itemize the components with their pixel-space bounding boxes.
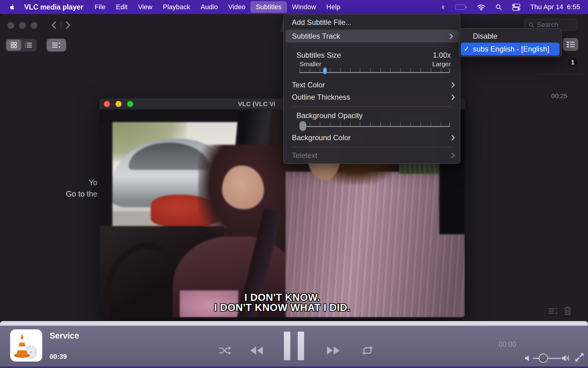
apple-menu-icon[interactable] xyxy=(9,3,16,11)
sort-button[interactable] xyxy=(47,39,66,52)
video-close-button[interactable] xyxy=(104,101,110,107)
bluetooth-icon[interactable] xyxy=(441,4,445,11)
video-subtitles: I DON'T KNOW. I DON'T KNOW WHAT I DID. xyxy=(100,292,465,312)
chevron-right-icon xyxy=(451,82,455,88)
menu-bar-left: VLC media player File Edit View Playback… xyxy=(0,1,345,13)
close-button[interactable] xyxy=(7,22,14,29)
subtitles-track-submenu: Disable ✓ subs English - [English] xyxy=(459,28,562,57)
menu-file[interactable]: File xyxy=(89,1,111,13)
fullscreen-icon[interactable] xyxy=(574,352,585,363)
volume-max-icon[interactable] xyxy=(562,355,569,361)
seek-bar[interactable] xyxy=(0,321,588,326)
pause-button[interactable] xyxy=(284,332,304,360)
chevron-right-icon xyxy=(451,152,455,159)
spotlight-search-icon[interactable] xyxy=(495,4,502,11)
larger-label: Larger xyxy=(432,60,451,68)
control-center-icon[interactable] xyxy=(512,4,520,11)
playlist-icon xyxy=(567,41,575,48)
background-opacity-slider[interactable] xyxy=(300,122,450,129)
grid-icon xyxy=(10,42,17,48)
history-nav xyxy=(51,21,70,29)
video-window-title: VLC (VLC Vi xyxy=(238,98,275,109)
empty-state-line2: Go to the xyxy=(12,188,97,200)
view-mode-segmented-control xyxy=(6,39,37,52)
trash-icon[interactable] xyxy=(564,306,572,316)
subtitles-menu: Add Subtitle File... Subtitles Track Sub… xyxy=(283,14,460,164)
menu-item-subtitles-track[interactable]: Subtitles Track xyxy=(285,30,458,43)
next-fast-forward-button[interactable] xyxy=(326,346,340,355)
chevron-right-icon xyxy=(449,33,453,39)
menu-view[interactable]: View xyxy=(133,1,157,13)
video-minimize-button[interactable] xyxy=(115,101,122,107)
sort-icon xyxy=(52,42,61,48)
menu-audio[interactable]: Audio xyxy=(195,1,223,13)
volume-knob[interactable] xyxy=(539,354,548,363)
menu-help[interactable]: Help xyxy=(321,1,345,13)
empty-state-text: Yo Go to the xyxy=(12,177,97,200)
menu-separator xyxy=(292,147,452,147)
menu-bar-status: Thu Apr 14 6:55 xyxy=(441,0,580,14)
size-slider-labels: Smaller Larger xyxy=(300,60,451,68)
menu-item-text-color[interactable]: Text Color xyxy=(284,79,460,90)
menu-item-outline-thickness[interactable]: Outline Thickness xyxy=(284,92,460,103)
back-icon[interactable] xyxy=(51,21,56,29)
smaller-label: Smaller xyxy=(300,60,321,68)
menu-window[interactable]: Window xyxy=(287,1,321,13)
chevron-right-icon xyxy=(451,94,455,100)
list-icon xyxy=(25,42,32,48)
playlist-item-duration: 00:25 xyxy=(551,92,576,100)
submenu-item-disable[interactable]: Disable xyxy=(461,30,560,42)
subtitles-size-slider[interactable] xyxy=(300,68,450,75)
now-playing-artwork xyxy=(10,329,42,362)
search-placeholder: Search xyxy=(537,21,558,29)
repeat-button[interactable] xyxy=(362,346,373,355)
window-controls xyxy=(7,22,37,29)
previous-rewind-button[interactable] xyxy=(250,346,263,355)
menu-item-add-subtitle-file[interactable]: Add Subtitle File... xyxy=(284,17,460,28)
minimize-button[interactable] xyxy=(19,22,26,29)
checkmark-icon: ✓ xyxy=(461,45,473,53)
menu-item-background-color[interactable]: Background Color xyxy=(284,132,460,143)
elapsed-time: 00:39 xyxy=(50,353,67,361)
background-opacity-label: Background Opacity xyxy=(284,110,460,121)
chevron-right-icon xyxy=(451,135,455,141)
playlist-toggle-button[interactable] xyxy=(563,38,578,51)
slider-track xyxy=(300,126,450,127)
video-zoom-button[interactable] xyxy=(127,101,133,107)
volume-min-icon[interactable] xyxy=(525,355,530,361)
subtitles-size-value: 1.00x xyxy=(433,50,451,60)
list-view-button[interactable] xyxy=(21,40,36,51)
playlist-count-badge: 1 xyxy=(568,58,577,67)
menu-subtitles[interactable]: Subtitles xyxy=(251,1,287,13)
grid-view-button[interactable] xyxy=(6,40,21,51)
submenu-item-subs-english[interactable]: ✓ subs English - [English] xyxy=(461,43,560,56)
current-time: 00:00 xyxy=(499,340,516,349)
battery-icon[interactable] xyxy=(455,4,467,10)
desktop: VLC media player File Edit View Playback… xyxy=(0,0,588,368)
shuffle-button[interactable] xyxy=(219,346,232,355)
zoom-button[interactable] xyxy=(31,22,37,29)
slider-track xyxy=(300,72,450,73)
scene-shape xyxy=(100,109,260,122)
nav-divider xyxy=(61,21,61,29)
menu-bar: VLC media player File Edit View Playback… xyxy=(0,0,588,14)
slider-ticks xyxy=(300,122,450,126)
size-slider-thumb[interactable] xyxy=(323,67,327,74)
menu-video[interactable]: Video xyxy=(223,1,251,13)
menu-edit[interactable]: Edit xyxy=(111,1,133,13)
opacity-slider-thumb[interactable] xyxy=(300,121,306,131)
menu-app-name[interactable]: VLC media player xyxy=(18,3,89,11)
menu-separator xyxy=(292,106,452,107)
menu-playback[interactable]: Playback xyxy=(158,1,195,13)
menu-bar-clock[interactable]: Thu Apr 14 6:55 xyxy=(530,3,580,11)
empty-state-line1: Yo xyxy=(12,177,97,188)
subtitle-line1: I DON'T KNOW. xyxy=(100,292,465,302)
playlist-sort-icon[interactable] xyxy=(548,307,558,315)
slider-ticks xyxy=(300,68,450,72)
forward-icon[interactable] xyxy=(66,21,70,29)
wifi-icon[interactable] xyxy=(477,4,485,11)
toolbar-separator xyxy=(538,74,584,74)
subtitles-size-label: Subtitles Size 1.00x xyxy=(284,50,460,60)
menu-separator xyxy=(292,46,452,47)
now-playing-title: Service xyxy=(50,331,79,341)
